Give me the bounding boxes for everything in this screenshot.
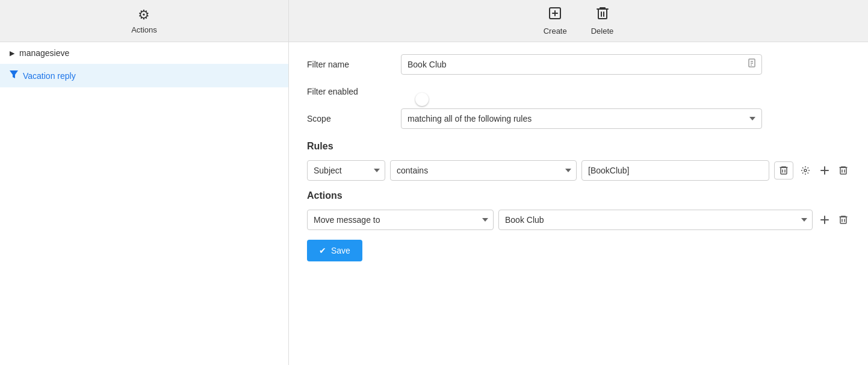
action-delete-button[interactable] <box>837 213 850 227</box>
sidebar-item-label: Vacation reply <box>23 71 76 81</box>
create-icon <box>548 6 562 24</box>
delete-icon <box>596 6 609 24</box>
filter-enabled-label: Filter enabled <box>307 87 391 96</box>
scope-wrap: matching all of the following rules matc… <box>401 108 762 129</box>
scope-label: Scope <box>307 114 391 123</box>
save-label: Save <box>331 246 350 255</box>
chevron-right-icon: ▶ <box>10 49 14 57</box>
toggle-thumb <box>415 93 429 106</box>
action-row: Move message to Copy message to Reject m… <box>307 210 850 230</box>
svg-rect-21 <box>840 217 846 223</box>
sidebar-item-managesieve[interactable]: ▶ managesieve <box>0 42 288 64</box>
filter-name-row: Filter name <box>307 54 850 75</box>
actions-button[interactable]: ⚙ Actions <box>131 7 157 34</box>
toolbar: ⚙ Actions Create <box>0 0 868 42</box>
scope-row: Scope matching all of the following rule… <box>307 108 850 129</box>
svg-point-13 <box>804 169 807 172</box>
svg-rect-10 <box>781 167 787 174</box>
save-row: ✔ Save <box>307 240 850 261</box>
actions-title: Actions <box>307 190 850 201</box>
sidebar: ▶ managesieve Vacation reply <box>0 42 289 365</box>
toolbar-right: Create Delete <box>289 6 868 36</box>
rule-field-select[interactable]: Subject From To Cc Body <box>307 160 385 181</box>
main-area: ▶ managesieve Vacation reply Filter name <box>0 42 868 365</box>
action-add-button[interactable] <box>817 213 832 227</box>
filter-name-label: Filter name <box>307 60 391 69</box>
filter-name-wrap <box>401 54 762 75</box>
action-folder-select[interactable]: Book Club Inbox Sent Trash Drafts <box>498 210 813 230</box>
save-button[interactable]: ✔ Save <box>307 240 362 261</box>
filter-enabled-row: Filter enabled <box>307 87 850 96</box>
rule-settings-button[interactable] <box>798 163 813 178</box>
scope-select[interactable]: matching all of the following rules matc… <box>401 108 762 129</box>
delete-label: Delete <box>591 27 614 36</box>
sidebar-item-vacation-reply[interactable]: Vacation reply <box>0 64 288 87</box>
create-label: Create <box>544 27 567 36</box>
rule-delete-button[interactable] <box>774 161 793 179</box>
toolbar-left: ⚙ Actions <box>0 0 289 42</box>
rules-title: Rules <box>307 141 850 152</box>
filter-name-input[interactable] <box>401 54 762 75</box>
rule-value-input[interactable] <box>581 160 769 181</box>
filter-icon <box>10 70 18 81</box>
delete-button[interactable]: Delete <box>591 6 614 36</box>
actions-label: Actions <box>131 25 157 34</box>
document-icon <box>748 58 757 70</box>
svg-rect-3 <box>598 9 607 19</box>
save-checkmark-icon: ✔ <box>319 246 326 255</box>
svg-rect-16 <box>840 167 846 174</box>
sidebar-item-label: managesieve <box>19 48 69 58</box>
rule-remove-button[interactable] <box>837 163 850 178</box>
rule-row: Subject From To Cc Body contains does no… <box>307 160 850 181</box>
content-panel: Filter name Filter enabled <box>289 42 868 365</box>
action-type-select[interactable]: Move message to Copy message to Reject m… <box>307 210 494 230</box>
rule-add-button[interactable] <box>817 163 832 178</box>
gear-icon: ⚙ <box>138 7 150 23</box>
create-button[interactable]: Create <box>544 6 567 36</box>
rule-operator-select[interactable]: contains does not contain matches is exi… <box>390 160 577 181</box>
